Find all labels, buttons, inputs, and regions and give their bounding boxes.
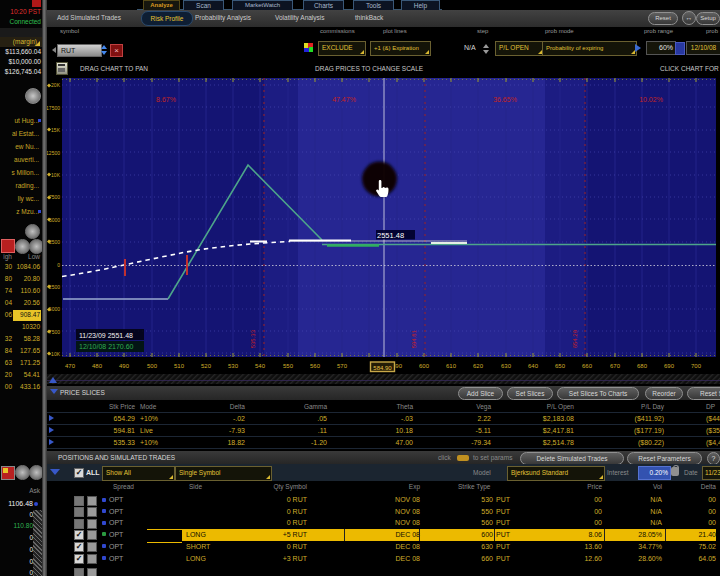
svg-text:-10K: -10K [49, 351, 60, 357]
svg-text:10.02%: 10.02% [639, 96, 663, 103]
svg-text:670: 670 [610, 363, 621, 369]
svg-text:10K: 10K [51, 172, 61, 178]
svg-text:12/10/08 2170.60: 12/10/08 2170.60 [79, 343, 134, 350]
svg-text:20K: 20K [51, 82, 61, 88]
svg-text:470: 470 [65, 363, 76, 369]
svg-text:570: 570 [337, 363, 348, 369]
svg-text:36.65%: 36.65% [493, 96, 517, 103]
svg-text:594.81: 594.81 [411, 329, 417, 348]
svg-text:620: 620 [473, 363, 484, 369]
svg-text:0: 0 [57, 262, 60, 268]
svg-text:654.29: 654.29 [572, 329, 578, 348]
svg-text:600: 600 [419, 363, 430, 369]
svg-text:17500: 17500 [47, 105, 60, 111]
svg-text:510: 510 [174, 363, 185, 369]
svg-text:47.47%: 47.47% [332, 96, 356, 103]
svg-text:650: 650 [555, 363, 566, 369]
svg-text:480: 480 [92, 363, 103, 369]
svg-text:660: 660 [582, 363, 593, 369]
svg-text:2551.48: 2551.48 [377, 231, 404, 240]
svg-text:490: 490 [119, 363, 130, 369]
svg-text:700: 700 [691, 363, 702, 369]
svg-text:12500: 12500 [47, 150, 60, 156]
svg-text:550: 550 [283, 363, 294, 369]
svg-text:630: 630 [501, 363, 512, 369]
svg-text:8.67%: 8.67% [156, 96, 176, 103]
svg-text:584.90: 584.90 [373, 365, 392, 371]
svg-text:535.33: 535.33 [250, 329, 256, 348]
svg-text:680: 680 [637, 363, 648, 369]
svg-text:610: 610 [446, 363, 457, 369]
svg-text:15K: 15K [51, 127, 61, 133]
svg-text:11/23/09 2551.48: 11/23/09 2551.48 [79, 332, 133, 339]
svg-text:640: 640 [528, 363, 539, 369]
svg-text:530: 530 [228, 363, 239, 369]
svg-text:560: 560 [310, 363, 321, 369]
svg-text:520: 520 [201, 363, 212, 369]
svg-text:540: 540 [255, 363, 266, 369]
svg-text:690: 690 [664, 363, 675, 369]
svg-text:500: 500 [147, 363, 158, 369]
